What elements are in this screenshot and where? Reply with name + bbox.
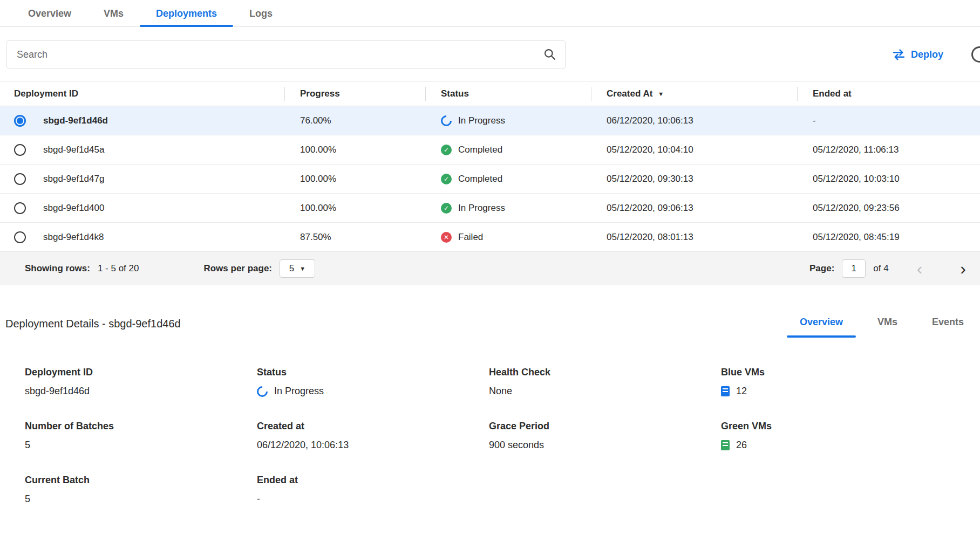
field-value-text: - — [257, 493, 260, 505]
ended-at-cell: 05/12/2020, 10:03:10 — [797, 174, 980, 184]
field-value-text: sbgd-9ef1d46d — [25, 386, 90, 397]
status-icon — [441, 232, 452, 243]
deployments-table: Deployment ID Progress Status Created At… — [0, 81, 980, 285]
status-cell: In Progress — [458, 115, 505, 126]
column-header-status: Status — [425, 82, 591, 106]
progress-cell: 100.00% — [284, 174, 425, 184]
showing-rows-value: 1 - 5 of 20 — [98, 263, 139, 274]
progress-cell: 100.00% — [284, 145, 425, 155]
status-icon — [441, 145, 452, 155]
table-row[interactable]: sbgd-9ef1d45a 100.00% Completed 05/12/20… — [0, 135, 980, 164]
ended-at-cell: - — [797, 115, 980, 126]
field-value-text: 12 — [736, 386, 747, 397]
field-value-text: 06/12/2020, 10:06:13 — [257, 440, 349, 451]
progress-cell: 76.00% — [284, 115, 425, 126]
ended-at-cell: 05/12/2020, 09:23:56 — [797, 203, 980, 214]
tab-overview[interactable]: Overview — [12, 1, 87, 26]
status-in-progress-icon — [255, 383, 270, 399]
page-input[interactable] — [842, 259, 866, 278]
detail-field-blue-vms: Blue VMs 12 — [721, 367, 953, 397]
details-tab-vms[interactable]: VMs — [877, 317, 897, 330]
field-value: 06/12/2020, 10:06:13 — [257, 440, 489, 451]
row-radio[interactable] — [14, 231, 26, 243]
field-label: Blue VMs — [721, 367, 953, 378]
page-total: of 4 — [873, 263, 888, 274]
column-header-created-at-label: Created At — [607, 88, 652, 99]
field-value: 26 — [721, 440, 953, 451]
progress-cell: 100.00% — [284, 203, 425, 214]
deployment-id-cell: sbgd-9ef1d46d — [43, 115, 108, 126]
details-tab-overview[interactable]: Overview — [800, 317, 843, 330]
table-row[interactable]: sbgd-9ef1d4k8 87.50% Failed 05/12/2020, … — [0, 223, 980, 252]
progress-cell: 87.50% — [284, 232, 425, 243]
field-value-text: None — [489, 386, 512, 397]
details-header: Deployment Details - sbgd-9ef1d46d Overv… — [5, 317, 980, 330]
top-tab-bar: Overview VMs Deployments Logs — [0, 0, 980, 27]
deployment-id-cell: sbgd-9ef1d45a — [43, 145, 104, 155]
created-at-cell: 05/12/2020, 09:30:13 — [591, 174, 797, 184]
status-cell: In Progress — [458, 203, 505, 214]
pager: Page: of 4 ‹ › — [809, 259, 967, 278]
status-cell: Completed — [458, 145, 502, 155]
column-header-ended-at: Ended at — [797, 82, 980, 106]
tab-logs[interactable]: Logs — [233, 1, 289, 26]
status-icon — [439, 113, 454, 128]
field-value: 5 — [25, 493, 257, 505]
field-value-text: In Progress — [274, 386, 324, 397]
table-row[interactable]: sbgd-9ef1d46d 76.00% In Progress 06/12/2… — [0, 106, 980, 135]
field-value: sbgd-9ef1d46d — [25, 386, 257, 397]
field-value-text: 26 — [736, 440, 747, 451]
sort-desc-icon: ▼ — [658, 91, 664, 97]
detail-field-current-batch: Current Batch 5 — [25, 475, 257, 505]
details-tab-bar: Overview VMs Events — [800, 317, 964, 330]
ended-at-cell: 05/12/2020, 11:06:13 — [797, 145, 980, 155]
detail-field-ended-at: Ended at - — [257, 475, 489, 505]
field-label: Number of Batches — [25, 421, 257, 432]
detail-field-status: Status In Progress — [257, 367, 489, 397]
column-header-created-at[interactable]: Created At ▼ — [591, 82, 797, 106]
table-footer: Showing rows: 1 - 5 of 20 Rows per page:… — [0, 252, 980, 285]
row-radio[interactable] — [14, 144, 26, 156]
field-label: Health Check — [489, 367, 721, 378]
field-label: Status — [257, 367, 489, 378]
green-vm-icon — [721, 440, 730, 450]
row-radio[interactable] — [14, 202, 26, 214]
details-tab-events[interactable]: Events — [932, 317, 964, 330]
field-value: None — [489, 386, 721, 397]
detail-field-deployment-id: Deployment ID sbgd-9ef1d46d — [25, 367, 257, 397]
status-cell: Failed — [458, 232, 483, 243]
detail-field-green-vms: Green VMs 26 — [721, 421, 953, 451]
detail-field-health-check: Health Check None — [489, 367, 721, 397]
showing-rows-label: Showing rows: — [25, 263, 90, 274]
tab-vms[interactable]: VMs — [87, 1, 140, 26]
ended-at-cell: 05/12/2020, 08:45:19 — [797, 232, 980, 243]
detail-field-created-at: Created at 06/12/2020, 10:06:13 — [257, 421, 489, 451]
field-value: - — [257, 493, 489, 505]
search-input[interactable] — [16, 49, 543, 61]
search-icon — [543, 48, 556, 61]
tab-deployments[interactable]: Deployments — [140, 1, 233, 26]
table-header-row: Deployment ID Progress Status Created At… — [0, 81, 980, 106]
row-radio[interactable] — [14, 173, 26, 185]
field-label: Created at — [257, 421, 489, 432]
row-radio[interactable] — [14, 115, 26, 127]
table-row[interactable]: sbgd-9ef1d400 100.00% In Progress 05/12/… — [0, 194, 980, 223]
deploy-button[interactable]: Deploy — [889, 49, 947, 61]
history-icon[interactable] — [971, 46, 980, 63]
blue-vm-icon — [721, 386, 730, 396]
field-value-text: 900 seconds — [489, 440, 544, 451]
page-label: Page: — [809, 263, 834, 274]
table-row[interactable]: sbgd-9ef1d47g 100.00% Completed 05/12/20… — [0, 164, 980, 194]
rows-per-page-select[interactable]: 5 ▼ — [280, 259, 315, 278]
search-box — [6, 40, 566, 68]
deploy-swap-icon — [892, 49, 906, 60]
details-title: Deployment Details - sbgd-9ef1d46d — [5, 318, 181, 330]
field-label: Ended at — [257, 475, 489, 486]
toolbar: Deploy — [6, 40, 980, 68]
status-icon — [441, 174, 452, 184]
page-next-icon[interactable]: › — [959, 260, 967, 277]
column-header-progress: Progress — [284, 82, 425, 106]
field-label: Current Batch — [25, 475, 257, 486]
page-prev-icon[interactable]: ‹ — [916, 260, 924, 277]
field-value-text: 5 — [25, 440, 30, 451]
